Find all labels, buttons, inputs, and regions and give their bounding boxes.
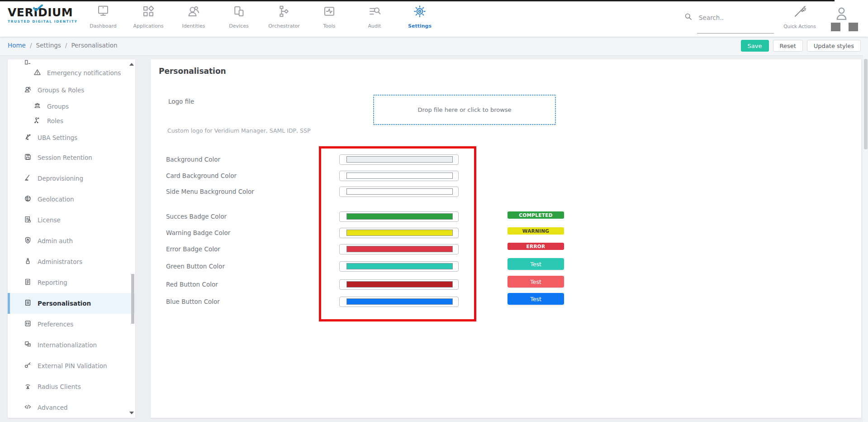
color-swatch-fill bbox=[346, 281, 453, 288]
settings-sidebar: Emergency notifications Groups & Roles G… bbox=[8, 59, 135, 418]
breadcrumb-bar: Home/Settings/Personalisation Save Reset… bbox=[0, 37, 868, 56]
sidebar-item-emergency-notifications[interactable]: Emergency notifications bbox=[8, 65, 135, 81]
breadcrumb: Home/Settings/Personalisation bbox=[8, 42, 118, 49]
group-icon bbox=[33, 102, 41, 111]
color-swatch[interactable] bbox=[339, 228, 459, 238]
reset-button[interactable]: Reset bbox=[773, 40, 803, 52]
color-swatch[interactable] bbox=[339, 244, 459, 254]
sidebar-item-geolocation[interactable]: Geolocation bbox=[8, 189, 135, 210]
color-field-label: Succes Badge Color bbox=[166, 213, 227, 220]
sidebar-item-groups[interactable]: Groups bbox=[8, 99, 135, 114]
sidebar-item-preferences[interactable]: Preferences bbox=[8, 314, 135, 335]
color-swatch-fill bbox=[346, 298, 453, 305]
sidebar-item-advanced[interactable]: Advanced bbox=[8, 397, 135, 418]
logo-dropzone[interactable]: Drop file here or click to browse bbox=[373, 95, 556, 125]
color-swatch[interactable] bbox=[339, 171, 459, 181]
sidebar-item-groups-roles[interactable]: Groups & Roles bbox=[8, 81, 135, 99]
sidebar-scrollbar-thumb[interactable] bbox=[131, 274, 134, 324]
personalisation-panel: Personalisation Logo file Drop file here… bbox=[151, 59, 861, 418]
nav-item-devices[interactable]: Devices bbox=[216, 5, 261, 29]
breadcrumb-item[interactable]: Home bbox=[8, 42, 26, 49]
color-swatch-fill bbox=[346, 188, 453, 195]
color-swatch[interactable] bbox=[339, 279, 459, 290]
sidebar-scroll-down-arrow[interactable] bbox=[129, 412, 134, 414]
page-scrollbar-thumb[interactable] bbox=[864, 59, 868, 149]
nav-item-audit[interactable]: Audit bbox=[352, 5, 397, 29]
translate-icon bbox=[24, 340, 32, 350]
logo-tagline: TRUSTED DIGITAL IDENTITY bbox=[8, 19, 80, 24]
nav-item-orchestrator[interactable]: Orchestrator bbox=[261, 5, 307, 29]
test-button-preview[interactable]: Test bbox=[508, 276, 564, 288]
sidebar-item-admin-auth[interactable]: Admin auth bbox=[8, 230, 135, 251]
breadcrumb-separator: / bbox=[65, 42, 67, 49]
update-styles-button[interactable]: Update styles bbox=[807, 40, 861, 52]
devices-icon bbox=[232, 5, 246, 20]
sidebar-item-roles[interactable]: Roles bbox=[8, 114, 135, 128]
nav-item-identities[interactable]: Identities bbox=[171, 5, 216, 29]
breadcrumb-separator: / bbox=[30, 42, 32, 49]
sidebar-item-uba-settings[interactable]: UBA Settings bbox=[8, 128, 135, 147]
status-square-left bbox=[831, 23, 840, 31]
nav-item-applications[interactable]: Applications bbox=[126, 5, 171, 29]
magic-wand-icon bbox=[793, 5, 806, 20]
save-button[interactable]: Save bbox=[741, 40, 769, 52]
sidebar-item-deprovisioning[interactable]: Deprovisioning bbox=[8, 168, 135, 189]
test-button-preview[interactable]: Test bbox=[508, 293, 564, 305]
license-icon bbox=[24, 216, 32, 225]
color-swatch-fill bbox=[346, 230, 453, 236]
sidebar-scroll-up-arrow[interactable] bbox=[129, 63, 134, 66]
sidebar-item-personalisation[interactable]: Personalisation bbox=[8, 293, 135, 314]
color-field-label: Green Button Color bbox=[166, 263, 225, 270]
logo-file-note: Custom logo for Veridium Manager, SAML I… bbox=[167, 127, 310, 134]
sidebar-item-external-pin-validation[interactable]: External PIN Validation bbox=[8, 355, 135, 376]
sidebar-item-internationalization[interactable]: Internationalization bbox=[8, 335, 135, 355]
color-swatch[interactable] bbox=[339, 297, 459, 307]
sidebar-item-license[interactable]: License bbox=[8, 210, 135, 230]
gear-icon bbox=[413, 5, 427, 20]
person-lock-icon bbox=[24, 257, 32, 266]
people-icon bbox=[24, 86, 32, 95]
color-swatch-fill bbox=[346, 173, 453, 179]
sidebar-item-reporting[interactable]: Reporting bbox=[8, 272, 135, 293]
report-icon bbox=[24, 278, 32, 287]
sidebar-item-clipped[interactable] bbox=[8, 59, 135, 65]
color-swatch[interactable] bbox=[339, 211, 459, 222]
color-field-label: Background Color bbox=[166, 156, 220, 163]
logo-brand-text: VERIDIUM bbox=[8, 6, 80, 19]
avatar-status-squares bbox=[831, 23, 858, 31]
tools-icon bbox=[323, 5, 336, 20]
color-swatch[interactable] bbox=[339, 187, 459, 197]
page-actions: Save Reset Update styles bbox=[741, 40, 861, 52]
roles-icon bbox=[33, 116, 41, 125]
key-icon bbox=[24, 361, 32, 370]
page-scrollbar[interactable] bbox=[863, 55, 868, 422]
nav-item-settings[interactable]: Settings bbox=[397, 5, 442, 29]
page-title: Personalisation bbox=[159, 67, 226, 76]
color-swatch-fill bbox=[346, 246, 453, 252]
preferences-icon bbox=[24, 320, 32, 329]
color-field-label: Blue Button Color bbox=[166, 298, 220, 305]
search-box[interactable]: Search.. bbox=[684, 12, 724, 23]
search-icon bbox=[684, 12, 693, 23]
globe-icon bbox=[24, 195, 32, 204]
top-accent-strip bbox=[0, 0, 835, 1]
test-button-preview[interactable]: Test bbox=[508, 258, 564, 270]
sidebar-item-administrators[interactable]: Administrators bbox=[8, 251, 135, 272]
logo-check-icon bbox=[33, 2, 43, 14]
person-icon bbox=[835, 14, 849, 23]
nav-item-dashboard[interactable]: Dashboard bbox=[81, 5, 126, 29]
code-icon bbox=[24, 403, 32, 412]
user-avatar[interactable] bbox=[835, 6, 849, 23]
dropzone-text: Drop file here or click to browse bbox=[417, 106, 511, 113]
sidebar-item-session-retention[interactable]: Session Retention bbox=[8, 147, 135, 168]
color-swatch[interactable] bbox=[339, 154, 459, 165]
color-field-label: Card Background Color bbox=[166, 172, 237, 179]
quick-actions[interactable]: Quick Actions bbox=[779, 5, 821, 29]
sidebar-item-radius-clients[interactable]: Radius Clients bbox=[8, 376, 135, 397]
veridium-logo[interactable]: VERIDIUM TRUSTED DIGITAL IDENTITY bbox=[8, 6, 80, 24]
warning-icon bbox=[33, 68, 41, 77]
uba-icon bbox=[24, 133, 32, 142]
nav-item-tools[interactable]: Tools bbox=[307, 5, 352, 29]
color-swatch[interactable] bbox=[339, 261, 459, 272]
monitor-icon bbox=[96, 5, 110, 20]
